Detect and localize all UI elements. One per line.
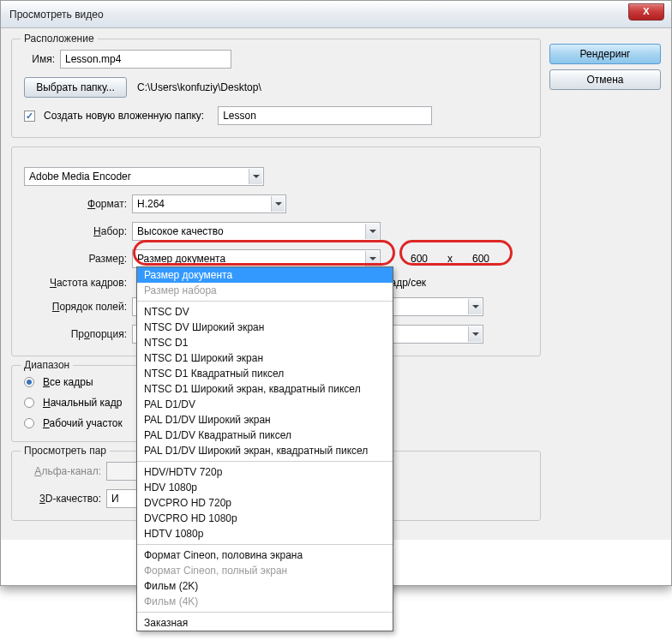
dropdown-item[interactable]: Формат Cineon, половина экрана — [137, 547, 393, 563]
subfolder-checkbox[interactable] — [24, 111, 35, 122]
dropdown-item[interactable]: PAL D1/DV Квадратный пиксел — [137, 428, 393, 443]
field-label: Порядок полей: — [24, 301, 127, 313]
chevron-down-icon — [271, 196, 285, 212]
browse-button[interactable]: Выбрать папку... — [24, 77, 127, 98]
dropdown-item: Формат Cineon, полный экран — [137, 563, 393, 578]
subfolder-label: Создать новую вложенную папку: — [44, 110, 204, 122]
path-text: C:\Users\konfuziy\Desktop\ — [137, 81, 261, 93]
preset-label: Набор: — [24, 225, 127, 237]
format-label: Формат: — [24, 198, 127, 210]
x-label: x — [447, 253, 453, 265]
start-frame-radio[interactable] — [24, 398, 34, 408]
dropdown-item[interactable]: DVCPRO HD 720p — [137, 495, 393, 511]
window-title: Просмотреть видео — [9, 9, 104, 21]
format-combo[interactable]: H.264 — [132, 194, 286, 213]
fps-label: Частота кадров: — [24, 277, 127, 289]
dropdown-item[interactable]: HDV 1080p — [137, 480, 393, 495]
chevron-down-icon — [365, 224, 379, 239]
alpha-combo — [106, 462, 141, 481]
render-opts-legend: Просмотреть пар — [21, 445, 110, 457]
work-area-radio[interactable] — [24, 418, 34, 428]
alpha-label: Альфа-канал: — [24, 465, 101, 477]
dropdown-item[interactable]: Заказная — [137, 615, 393, 631]
dropdown-item[interactable]: HDTV 1080p — [137, 526, 393, 541]
dropdown-item[interactable]: PAL D1/DV — [137, 397, 393, 412]
render-button[interactable]: Рендеринг — [549, 44, 661, 64]
chevron-down-icon — [468, 326, 482, 342]
chevron-down-icon — [468, 299, 482, 314]
titlebar: Просмотреть видео X — [1, 1, 671, 28]
dropdown-item[interactable]: NTSC D1 — [137, 335, 393, 350]
name-input[interactable]: Lesson.mp4 — [60, 50, 231, 69]
size-label: Размер: — [24, 253, 127, 265]
chevron-down-icon — [365, 251, 379, 266]
preset-combo[interactable]: Высокое качество — [132, 222, 381, 241]
size-combo[interactable]: Размер документа — [132, 249, 381, 268]
dropdown-item[interactable]: PAL D1/DV Широкий экран — [137, 412, 393, 428]
cancel-button[interactable]: Отмена — [549, 69, 661, 90]
dropdown-item[interactable]: NTSC D1 Квадратный пиксел — [137, 366, 393, 381]
dropdown-item[interactable]: DVCPRO HD 1080p — [137, 511, 393, 526]
dropdown-item[interactable]: NTSC DV Широкий экран — [137, 320, 393, 335]
quality-label: 3D-качество: — [24, 493, 101, 505]
dropdown-item[interactable]: Размер документа — [137, 267, 393, 283]
size-dropdown[interactable]: Размер документаРазмер набораNTSC DVNTSC… — [136, 266, 393, 631]
quality-combo[interactable]: И — [106, 489, 141, 508]
all-frames-radio[interactable] — [24, 377, 34, 387]
location-legend: Расположение — [21, 33, 98, 45]
encoder-combo[interactable]: Adobe Media Encoder — [24, 167, 264, 186]
chevron-down-icon — [249, 169, 262, 184]
dropdown-item: Фильм (4K) — [137, 594, 393, 609]
dropdown-item[interactable]: NTSC D1 Широкий экран — [137, 350, 393, 366]
dropdown-item[interactable]: HDV/HDTV 720p — [137, 464, 393, 480]
subfolder-input[interactable]: Lesson — [218, 106, 432, 125]
dropdown-item[interactable]: NTSC DV — [137, 304, 393, 320]
height-input[interactable]: 600 — [463, 250, 499, 267]
dropdown-item[interactable]: NTSC D1 Широкий экран, квадратный пиксел — [137, 381, 393, 397]
name-label: Имя: — [24, 53, 55, 65]
aspect-label: Пропорция: — [24, 328, 127, 340]
dropdown-item[interactable]: PAL D1/DV Широкий экран, квадратный пикс… — [137, 443, 393, 458]
range-legend: Диапазон — [21, 359, 73, 371]
location-group: Расположение Имя: Lesson.mp4 Выбрать пап… — [11, 39, 541, 138]
close-button[interactable]: X — [628, 3, 664, 21]
width-input[interactable]: 600 — [401, 250, 437, 267]
dropdown-item[interactable]: Фильм (2K) — [137, 578, 393, 594]
dropdown-item: Размер набора — [137, 283, 393, 298]
